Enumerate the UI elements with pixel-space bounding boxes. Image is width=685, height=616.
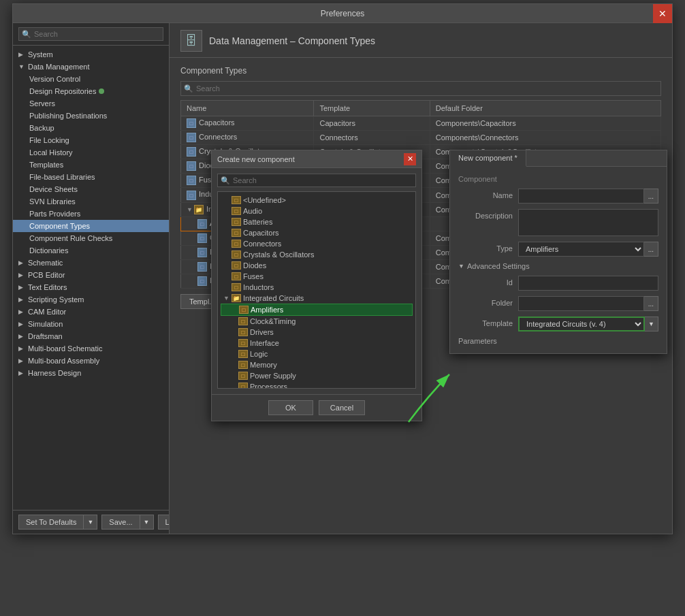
folder-icon: □ [197, 248, 207, 257]
sidebar-item-label: Local History [29, 148, 73, 157]
ok-button[interactable]: OK [268, 400, 313, 415]
sidebar-item-file-based-libs[interactable]: File-based Libraries [13, 171, 169, 183]
sidebar-item-draftsman[interactable]: ▶ Draftsman [13, 330, 169, 342]
component-section-label: Component [458, 175, 658, 183]
sidebar-item-svn-libs[interactable]: SVN Libraries [13, 195, 169, 208]
sidebar-item-scripting-system[interactable]: ▶ Scripting System [13, 293, 169, 306]
template-dropdown-button[interactable]: ▼ [645, 317, 658, 331]
template-input-wrap: Integrated Circuits (v. 4) ▼ [518, 317, 658, 331]
col-name[interactable]: Name [181, 101, 314, 116]
sidebar-item-label: Data Management [28, 63, 90, 71]
tree-item[interactable]: □ Connectors [221, 238, 413, 249]
sidebar-item-label: PCB Editor [28, 271, 65, 279]
sidebar-item-pcb-editor[interactable]: ▶ PCB Editor [13, 269, 169, 281]
name-input-wrap: ... [518, 189, 658, 204]
sidebar-item-label: Multi-board Assembly [28, 357, 99, 365]
sidebar-item-component-types[interactable]: Component Types [13, 220, 169, 232]
sidebar-item-file-locking[interactable]: File Locking [13, 134, 169, 146]
tree-item[interactable]: □ Processors [221, 381, 413, 389]
tree-item[interactable]: □ Diodes [221, 260, 413, 271]
advanced-settings-header[interactable]: ▼ Advanced Settings [458, 262, 658, 270]
tree-item[interactable]: □ Audio [221, 206, 413, 216]
table-search-input[interactable] [180, 81, 661, 96]
tab-new-component[interactable]: New component * [450, 150, 526, 167]
chevron-right-icon: ▶ [18, 333, 27, 340]
search-icon: 🔍 [184, 84, 193, 93]
sidebar-item-system[interactable]: ▶ System [13, 48, 169, 61]
sidebar-item-text-editors[interactable]: ▶ Text Editors [13, 281, 169, 293]
tree-item-integrated-circuits[interactable]: ▼ 📁 Integrated Circuits [221, 293, 413, 304]
set-defaults-dropdown[interactable]: ▼ [84, 515, 97, 530]
name-input[interactable] [518, 189, 644, 204]
sidebar-item-device-sheets[interactable]: Device Sheets [13, 183, 169, 195]
sidebar-item-backup[interactable]: Backup [13, 122, 169, 134]
create-dialog-close-button[interactable]: ✕ [404, 153, 416, 165]
sidebar-item-simulation[interactable]: ▶ Simulation [13, 318, 169, 330]
tree-item[interactable]: □ Clock&Timing [221, 316, 413, 327]
folder-row: Folder Components\Integrated Circuits ..… [458, 296, 658, 311]
tree-item[interactable]: □ Capacitors [221, 227, 413, 238]
name-dots-button[interactable]: ... [644, 189, 658, 204]
sidebar-item-component-rule-checks[interactable]: Component Rule Checks [13, 232, 169, 244]
sidebar-search-input[interactable] [18, 27, 163, 41]
sidebar-item-label: Parts Providers [29, 210, 80, 218]
col-folder[interactable]: Default Folder [430, 101, 660, 116]
sidebar-item-data-management[interactable]: ▼ Data Management [13, 61, 169, 73]
tree-item[interactable]: □ Power Supply [221, 370, 413, 381]
sidebar: 🔍 ▶ System ▼ Data Management Version Con… [13, 23, 170, 534]
tree-item[interactable]: □ Interface [221, 338, 413, 348]
table-row[interactable]: □Capacitors Capacitors Components\Capaci… [181, 116, 661, 131]
sidebar-item-servers[interactable]: Servers [13, 97, 169, 110]
sidebar-item-design-repos[interactable]: Design Repositories [13, 85, 169, 97]
sidebar-item-parts-providers[interactable]: Parts Providers [13, 208, 169, 220]
tree-item[interactable]: □ Crystals & Oscillators [221, 249, 413, 260]
table-row[interactable]: □Connectors Connectors Components\Connec… [181, 131, 661, 145]
tab-bar: New component * [450, 150, 667, 167]
template-select[interactable]: Integrated Circuits (v. 4) [518, 317, 645, 331]
chevron-down-icon: ▼ [18, 63, 27, 70]
sidebar-item-label: SVN Libraries [29, 197, 76, 206]
folder-input-wrap: Components\Integrated Circuits ... [518, 296, 658, 311]
sidebar-item-schematic[interactable]: ▶ Schematic [13, 257, 169, 269]
folder-open-icon: 📁 [232, 294, 241, 302]
sidebar-item-label: Device Sheets [29, 185, 78, 193]
sidebar-item-label: File Locking [29, 136, 69, 144]
description-label: Description [458, 209, 513, 220]
tree-item[interactable]: □ Fuses [221, 271, 413, 282]
tree-item[interactable]: □ Batteries [221, 216, 413, 227]
close-button[interactable]: ✕ [653, 4, 672, 23]
folder-icon: □ [238, 350, 248, 358]
tab-label: New component * [458, 154, 517, 162]
sidebar-item-version-control[interactable]: Version Control [13, 73, 169, 85]
tree-item-amplifiers[interactable]: □ Amplifiers [221, 304, 413, 316]
folder-input[interactable]: Components\Integrated Circuits [518, 296, 644, 311]
folder-icon: □ [232, 229, 241, 237]
save-button[interactable]: Save... [101, 515, 140, 530]
type-select[interactable]: Amplifiers [518, 242, 644, 257]
set-defaults-button[interactable]: Set To Defaults [18, 515, 84, 530]
sidebar-item-templates[interactable]: Templates [13, 159, 169, 171]
sidebar-item-cam-editor[interactable]: ▶ CAM Editor [13, 306, 169, 318]
create-dialog-search-input[interactable] [217, 174, 416, 187]
sidebar-item-multiboard-schematic[interactable]: ▶ Multi-board Schematic [13, 342, 169, 355]
folder-icon: □ [187, 191, 196, 200]
tree-item[interactable]: □ Inductors [221, 282, 413, 293]
col-template[interactable]: Template [314, 101, 430, 116]
sidebar-item-local-history[interactable]: Local History [13, 146, 169, 159]
load-button[interactable]: Load... [158, 515, 170, 530]
id-input[interactable]: CMP-031-00006 [518, 276, 658, 291]
tree-item[interactable]: □ Logic [221, 348, 413, 359]
folder-dots-button[interactable]: ... [644, 296, 658, 311]
sidebar-item-harness-design[interactable]: ▶ Harness Design [13, 367, 169, 379]
tree-item[interactable]: □ <Undefined> [221, 195, 413, 206]
sidebar-item-multiboard-assembly[interactable]: ▶ Multi-board Assembly [13, 355, 169, 367]
folder-icon: □ [232, 261, 241, 270]
description-input[interactable] [518, 209, 658, 236]
sidebar-item-publishing-destinations[interactable]: Publishing Destinations [13, 110, 169, 122]
tree-item[interactable]: □ Drivers [221, 327, 413, 338]
save-dropdown[interactable]: ▼ [140, 515, 154, 530]
sidebar-item-dictionaries[interactable]: Dictionaries [13, 244, 169, 257]
cancel-button[interactable]: Cancel [319, 400, 365, 415]
type-dots-button[interactable]: ... [644, 242, 658, 257]
tree-item[interactable]: □ Memory [221, 359, 413, 370]
